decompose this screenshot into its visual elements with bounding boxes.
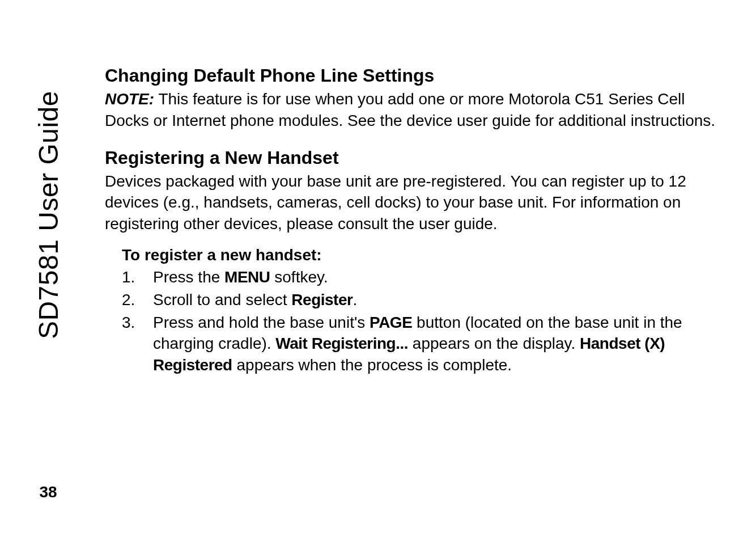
heading-registering-handset: Registering a New Handset — [105, 147, 722, 168]
step-text: . — [352, 291, 357, 308]
display-wait-registering: Wait Registering... — [275, 335, 408, 352]
note-paragraph: NOTE: This feature is for use when you a… — [105, 88, 722, 132]
step-text: softkey. — [270, 268, 328, 286]
step-text: Scroll to and select — [153, 291, 291, 308]
step-number: 2. — [122, 289, 153, 311]
step-2: 2. Scroll to and select Register. — [122, 289, 722, 311]
softkey-menu: MENU — [224, 268, 270, 286]
steps-list: 1. Press the MENU softkey. 2. Scroll to … — [122, 267, 722, 376]
page-number: 38 — [39, 483, 57, 501]
option-register: Register — [291, 291, 352, 308]
main-content: Changing Default Phone Line Settings NOT… — [105, 65, 722, 377]
document-title-vertical: SD7581 User Guide — [33, 91, 64, 339]
sub-heading-to-register: To register a new handset: — [122, 246, 722, 264]
heading-changing-default: Changing Default Phone Line Settings — [105, 65, 722, 86]
sidebar: SD7581 User Guide 38 — [28, 91, 68, 501]
step-number: 3. — [122, 312, 153, 376]
step-number: 1. — [122, 267, 153, 288]
button-page: PAGE — [369, 314, 412, 331]
note-label: NOTE: — [105, 90, 154, 108]
step-1: 1. Press the MENU softkey. — [122, 267, 722, 288]
step-text: Press and hold the base unit's — [153, 314, 369, 331]
step-text: appears when the process is complete. — [232, 356, 512, 374]
step-text: appears on the display. — [408, 335, 580, 352]
step-text: Press the — [153, 268, 224, 286]
registering-intro: Devices packaged with your base unit are… — [105, 171, 722, 235]
note-body: This feature is for use when you add one… — [105, 90, 715, 129]
step-3: 3. Press and hold the base unit's PAGE b… — [122, 312, 722, 376]
